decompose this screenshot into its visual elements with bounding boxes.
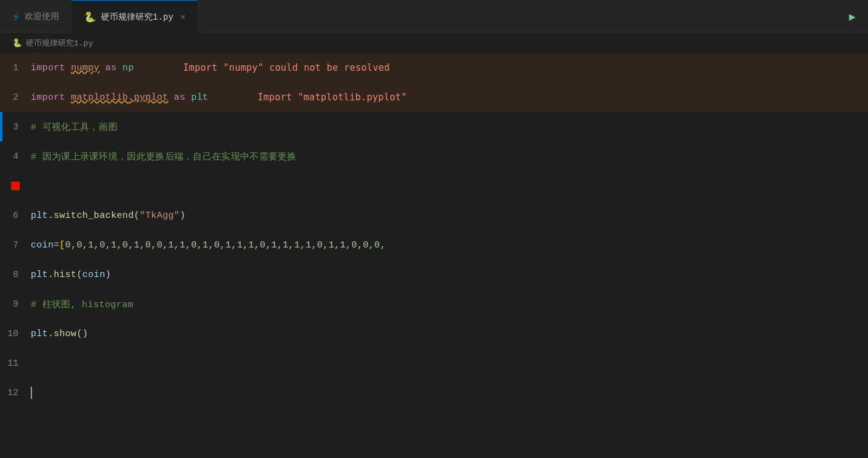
coin-arg: coin bbox=[82, 270, 105, 280]
editor-area: 1 import numpy as np Import "numpy" coul… bbox=[0, 53, 868, 457]
line-code-2: import matplotlib . pyplot as plt Import… bbox=[31, 82, 868, 112]
coin-var: coin bbox=[31, 240, 54, 251]
tab-bar: ⚡ 欢迎使用 🐍 硬币规律研究1.py ✕ ▶ bbox=[0, 0, 868, 34]
code-line-10: 10 plt . show () bbox=[0, 319, 868, 348]
error-msg-2: Import "matplotlib.pyplot" bbox=[257, 92, 407, 103]
line-number-2: 2 bbox=[0, 92, 31, 103]
code-line-4: 4 # 因为课上录课环境，因此更换后端，自己在实现中不需要更换 bbox=[0, 142, 868, 171]
code-line-5: 5 bbox=[0, 171, 868, 201]
alias-np: np bbox=[123, 63, 134, 73]
breakpoint-dot bbox=[11, 182, 20, 190]
vscode-icon: ⚡ bbox=[12, 9, 20, 25]
module-pyplot: pyplot bbox=[134, 92, 168, 103]
hist-fn: hist bbox=[54, 270, 76, 280]
line-number-3: 3 bbox=[0, 122, 31, 132]
run-button[interactable]: ▶ bbox=[849, 10, 856, 23]
keyword-as-1: as bbox=[100, 63, 123, 73]
line-code-11 bbox=[31, 348, 868, 378]
line-number-12: 12 bbox=[0, 388, 31, 398]
module-numpy: numpy bbox=[71, 63, 100, 73]
line-code-10: plt . show () bbox=[31, 319, 868, 348]
comment-3: # 可视化工具，画图 bbox=[31, 121, 118, 133]
line-number-11: 11 bbox=[0, 358, 31, 369]
cursor bbox=[31, 387, 32, 399]
line-code-5 bbox=[31, 171, 868, 201]
alias-plt: plt bbox=[191, 92, 208, 103]
active-tab-label: 硬币规律研究1.py bbox=[101, 12, 174, 23]
breadcrumb-filename: 硬币规律研究1.py bbox=[26, 38, 93, 49]
code-line-8: 8 plt . hist ( coin ) bbox=[0, 260, 868, 289]
code-line-9: 9 # 柱状图, histogram bbox=[0, 289, 868, 319]
code-line-6: 6 plt . switch_backend ( "TkAgg" ) bbox=[0, 201, 868, 230]
breadcrumb: 🐍 硬币规律研究1.py bbox=[0, 34, 868, 53]
breadcrumb-py-icon: 🐍 bbox=[12, 38, 22, 48]
line-code-1: import numpy as np Import "numpy" could … bbox=[31, 53, 868, 82]
code-line-2: 2 import matplotlib . pyplot as plt Impo… bbox=[0, 82, 868, 112]
dot-6: . bbox=[48, 211, 54, 221]
switch-backend-fn: switch_backend bbox=[54, 211, 134, 221]
welcome-tab-label: 欢迎使用 bbox=[25, 11, 59, 22]
code-line-7: 7 coin = [ 0,0,1,0,1,0,1,0,0,1,1,0,1,0,1… bbox=[0, 230, 868, 260]
error-msg-1: Import "numpy" could not be resolved bbox=[183, 62, 390, 73]
python-file-icon: 🐍 bbox=[84, 11, 96, 23]
line-number-4: 4 bbox=[0, 151, 31, 162]
keyword-import-2: import bbox=[31, 92, 65, 103]
tab-welcome[interactable]: ⚡ 欢迎使用 bbox=[0, 0, 71, 33]
module-matplotlib: matplotlib bbox=[71, 92, 128, 103]
line-number-8: 8 bbox=[0, 270, 31, 280]
line-code-6: plt . switch_backend ( "TkAgg" ) bbox=[31, 201, 868, 230]
line-code-7: coin = [ 0,0,1,0,1,0,1,0,0,1,1,0,1,0,1,1… bbox=[31, 230, 868, 260]
line-code-12 bbox=[31, 378, 868, 408]
line-number-1: 1 bbox=[0, 63, 31, 73]
tab-close-button[interactable]: ✕ bbox=[181, 12, 185, 22]
line-number-7: 7 bbox=[0, 240, 31, 251]
show-fn: show bbox=[54, 329, 76, 339]
line-code-3: # 可视化工具，画图 bbox=[31, 112, 868, 142]
module-dot: . bbox=[128, 92, 134, 103]
line-code-8: plt . hist ( coin ) bbox=[31, 260, 868, 289]
comment-4: # 因为课上录课环境，因此更换后端，自己在实现中不需要更换 bbox=[31, 151, 297, 163]
comment-9: # 柱状图, histogram bbox=[31, 299, 134, 310]
code-line-3: 3 # 可视化工具，画图 bbox=[0, 112, 868, 142]
plt-ref-6: plt bbox=[31, 211, 48, 221]
line-number-10: 10 bbox=[0, 329, 31, 339]
line-code-9: # 柱状图, histogram bbox=[31, 289, 868, 319]
code-line-11: 11 bbox=[0, 348, 868, 378]
plt-ref-8: plt bbox=[31, 270, 48, 280]
string-tkagg: "TkAgg" bbox=[140, 211, 180, 221]
list-open: [ bbox=[60, 240, 65, 251]
coin-values: 0,0,1,0,1,0,1,0,0,1,1,0,1,0,1,1,1,0,1,1,… bbox=[65, 240, 386, 251]
tab-active-file[interactable]: 🐍 硬币规律研究1.py ✕ bbox=[71, 0, 198, 33]
svg-point-0 bbox=[11, 182, 20, 190]
line-code-4: # 因为课上录课环境，因此更换后端，自己在实现中不需要更换 bbox=[31, 142, 868, 171]
plt-ref-10: plt bbox=[31, 329, 48, 339]
line-number-9: 9 bbox=[0, 299, 31, 310]
keyword-import-1: import bbox=[31, 63, 65, 73]
code-line-12: 12 bbox=[0, 378, 868, 408]
line-number-6: 6 bbox=[0, 211, 31, 221]
code-line-1: 1 import numpy as np Import "numpy" coul… bbox=[0, 53, 868, 82]
keyword-as-2: as bbox=[168, 92, 191, 103]
